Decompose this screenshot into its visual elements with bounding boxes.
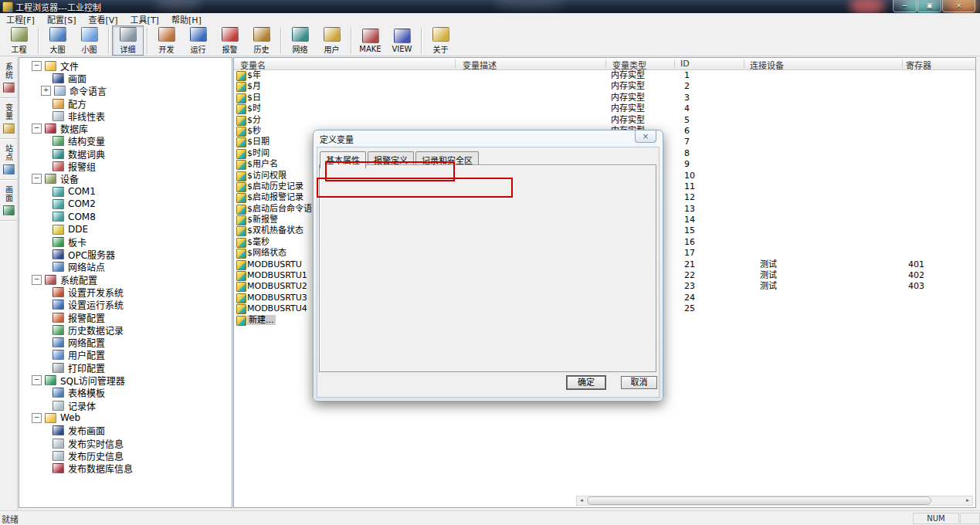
tree-item-打印配置[interactable]: 打印配置 xyxy=(19,361,232,374)
ok-button[interactable]: 确定 xyxy=(567,376,605,389)
scroll-left-icon[interactable] xyxy=(577,496,586,505)
column-header-寄存器[interactable]: 寄存器 xyxy=(906,59,931,71)
com-port-icon xyxy=(53,187,64,197)
cell-id: 25 xyxy=(684,303,695,314)
tree-item-COM8[interactable]: COM8 xyxy=(19,211,232,223)
system-config-icon xyxy=(45,275,56,285)
collapse-icon[interactable]: − xyxy=(32,61,42,71)
tree-item-系统配置[interactable]: −系统配置 xyxy=(19,273,232,286)
column-header-变量描述[interactable]: 变量描述 xyxy=(463,59,497,71)
collapse-icon[interactable]: − xyxy=(32,413,42,423)
collapse-icon[interactable]: − xyxy=(32,174,42,184)
cell-id: 6 xyxy=(684,126,690,137)
tree-item-设置开发系统[interactable]: 设置开发系统 xyxy=(19,286,232,298)
tree-item-文件[interactable]: −文件 xyxy=(19,59,232,72)
tree-item-板卡[interactable]: 板卡 xyxy=(19,235,232,248)
toolbar-button-label: 运行 xyxy=(191,43,206,55)
tree-item-数据词典[interactable]: 数据词典 xyxy=(19,147,232,160)
table-row-$日[interactable]: $日内存实型3 xyxy=(234,93,975,103)
tree-item-网络站点[interactable]: 网络站点 xyxy=(19,261,232,273)
side-tab-画面[interactable]: 画面 xyxy=(0,180,17,221)
tree-item-DDE[interactable]: DDE xyxy=(19,223,232,235)
tree-item-非线性表[interactable]: 非线性表 xyxy=(19,110,232,122)
tree-item-表格模板[interactable]: 表格模板 xyxy=(19,387,232,399)
menu-item-2[interactable]: 查看[V] xyxy=(83,12,124,26)
expand-icon[interactable]: + xyxy=(41,86,51,96)
column-header-变量类型[interactable]: 变量类型 xyxy=(612,59,646,71)
table-row-$时[interactable]: $时内存实型4 xyxy=(234,103,975,114)
dev-system-icon xyxy=(53,287,64,297)
menu-item-3[interactable]: 工具[T] xyxy=(124,12,165,26)
table-row-$年[interactable]: $年内存实型1 xyxy=(234,70,975,81)
toolbar-button-运行[interactable]: 运行 xyxy=(182,25,214,56)
collapse-icon[interactable]: − xyxy=(32,375,42,385)
tree-item-网络配置[interactable]: 网络配置 xyxy=(19,337,232,349)
toolbar-button-详细[interactable]: 详细 xyxy=(112,25,144,56)
toolbar-button-网络[interactable]: 网络 xyxy=(284,25,316,56)
alarm-group-icon xyxy=(53,161,64,171)
menu-item-0[interactable]: 工程[F] xyxy=(0,12,41,26)
tree-item-数据库[interactable]: −数据库 xyxy=(19,122,232,134)
tree-item-报警组[interactable]: 报警组 xyxy=(19,160,232,172)
tree-item-OPC服务器[interactable]: OPC服务器 xyxy=(19,248,232,260)
tree-item-发布数据库信息[interactable]: 发布数据库信息 xyxy=(19,462,232,475)
tree-item-记录体[interactable]: 记录体 xyxy=(19,399,232,412)
dialog-close-icon[interactable]: × xyxy=(635,130,656,143)
tree-item-label: Web xyxy=(60,412,80,423)
tree-item-报警配置[interactable]: 报警配置 xyxy=(19,311,232,323)
toolbar-button-报警[interactable]: 报警 xyxy=(214,25,246,56)
column-header-连接设备[interactable]: 连接设备 xyxy=(750,59,784,71)
column-header-ID[interactable]: ID xyxy=(680,59,690,69)
side-tab-站点[interactable]: 站点 xyxy=(0,139,17,180)
side-tab-系统[interactable]: 系统 xyxy=(0,57,17,98)
toolbar-button-用户[interactable]: 用户 xyxy=(316,25,348,56)
close-button[interactable]: × xyxy=(942,0,975,12)
toolbar-button-VIEW[interactable]: VIEW xyxy=(386,25,418,56)
tree-item-结构变量[interactable]: 结构变量 xyxy=(19,135,232,147)
side-tab-变量[interactable]: 变量 xyxy=(0,98,17,139)
tree-item-发布画面[interactable]: 发布画面 xyxy=(19,425,232,437)
variable-icon xyxy=(236,71,246,81)
cell-name: MODBUSRTU2 xyxy=(247,281,307,292)
toolbar-button-小图[interactable]: 小图 xyxy=(73,25,105,56)
horizontal-scrollbar[interactable] xyxy=(576,496,973,506)
table-row-$月[interactable]: $月内存实型2 xyxy=(234,81,975,92)
variable-icon xyxy=(236,116,246,126)
tree-item-发布实时信息[interactable]: 发布实时信息 xyxy=(19,437,232,449)
tree-item-设备[interactable]: −设备 xyxy=(19,173,232,185)
restore-button[interactable]: ▣ xyxy=(917,0,941,12)
scrollbar-thumb[interactable] xyxy=(587,496,931,505)
view-icon xyxy=(394,29,411,43)
column-separator[interactable] xyxy=(744,59,744,68)
scroll-right-icon[interactable] xyxy=(963,496,972,505)
menu-item-1[interactable]: 配置[S] xyxy=(41,12,83,26)
tree-item-历史数据记录[interactable]: 历史数据记录 xyxy=(19,323,232,336)
cancel-button[interactable]: 取消 xyxy=(621,376,657,389)
table-row-$分[interactable]: $分内存实型5 xyxy=(234,115,975,126)
toolbar-button-开发[interactable]: 开发 xyxy=(151,25,182,56)
collapse-icon[interactable]: − xyxy=(32,124,42,134)
toolbar-button-MAKE[interactable]: MAKE xyxy=(354,25,386,56)
tree-item-SQL访问管理器[interactable]: −SQL访问管理器 xyxy=(19,374,232,386)
toolbar-button-工程[interactable]: 工程 xyxy=(3,25,35,56)
column-header-变量名[interactable]: 变量名 xyxy=(240,59,266,71)
column-separator[interactable] xyxy=(674,59,675,68)
tree-item-配方[interactable]: 配方 xyxy=(19,97,232,110)
tree-item-COM1[interactable]: COM1 xyxy=(19,185,232,198)
tree-item-命令语言[interactable]: +命令语言 xyxy=(19,85,232,97)
toolbar-button-大图[interactable]: 大图 xyxy=(42,25,73,56)
toolbar-button-关于[interactable]: 关于 xyxy=(425,25,456,56)
tree-item-画面[interactable]: 画面 xyxy=(19,72,232,84)
column-separator[interactable] xyxy=(902,59,903,68)
tree-item-用户配置[interactable]: 用户配置 xyxy=(19,349,232,361)
column-separator[interactable] xyxy=(455,59,456,68)
tree-item-Web[interactable]: −Web xyxy=(19,412,232,424)
collapse-icon[interactable]: − xyxy=(32,275,42,285)
tree-item-COM2[interactable]: COM2 xyxy=(19,198,232,210)
toolbar-button-历史[interactable]: 历史 xyxy=(246,25,277,56)
tree-item-发布历史信息[interactable]: 发布历史信息 xyxy=(19,449,232,462)
column-separator[interactable] xyxy=(605,59,606,68)
tree-item-设置运行系统[interactable]: 设置运行系统 xyxy=(19,299,232,311)
menu-item-4[interactable]: 帮助[H] xyxy=(165,12,208,26)
minimize-button[interactable]: − xyxy=(893,0,917,12)
